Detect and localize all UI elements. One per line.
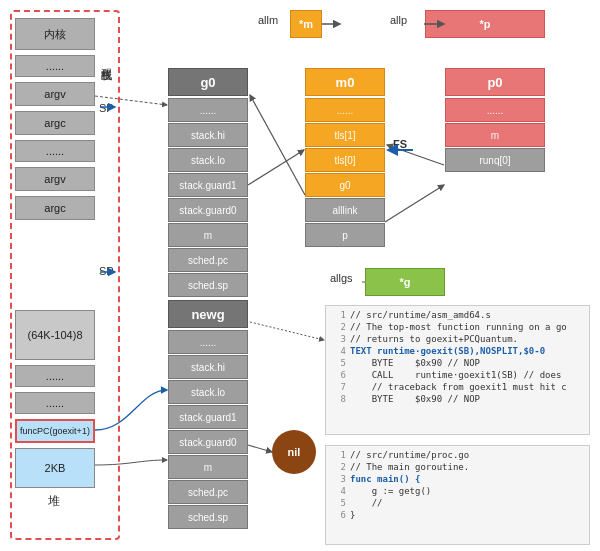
m0-cell-dots: ...... [305,98,385,122]
p0-cell-runq: runq[0] [445,148,545,172]
p0-cell-dots: ...... [445,98,545,122]
svg-line-3 [250,95,305,195]
m0-header: m0 [305,68,385,96]
p0-column: p0 ...... m runq[0] [445,68,545,173]
badge-allgs: allgs [330,272,353,284]
m0-cell-alllink: alllink [305,198,385,222]
label-sp1: SP [99,102,114,114]
cell-dots4: ...... [15,392,95,414]
cell-dots3: ...... [15,365,95,387]
newg-cell-stacklo: stack.lo [168,380,248,404]
g0-cell-guard0: stack.guard0 [168,198,248,222]
cell-dots2: ...... [15,140,95,162]
label-dui: 堆 [48,493,60,510]
g0-cell-dots: ...... [168,98,248,122]
svg-line-4 [385,185,444,222]
m0-cell-tls0: tls[0] [305,148,385,172]
newg-header: newg [168,300,248,328]
m0-cell-g0: g0 [305,173,385,197]
g0-cell-stackhi: stack.hi [168,123,248,147]
badge-star-p: *p [425,10,545,38]
p0-cell-m: m [445,123,545,147]
cell-funcpc: funcPC(goexit+1) [15,419,95,443]
cell-argc1: argc [15,111,95,135]
diagram-container: 内核 ...... argv argc ...... argv argc (64… [0,0,600,551]
cell-argv2: argv [15,167,95,191]
cell-dots1: ...... [15,55,95,77]
cell-64k: (64K-104)8 [15,310,95,360]
g0-header: g0 [168,68,248,96]
g0-cell-guard1: stack.guard1 [168,173,248,197]
g0-cell-schedsp: sched.sp [168,273,248,297]
m0-column: m0 ...... tls[1] tls[0] g0 alllink p [305,68,385,248]
newg-cell-guard0: stack.guard0 [168,430,248,454]
newg-column: newg ...... stack.hi stack.lo stack.guar… [168,300,248,530]
code-block-proc: 1// src/runtime/proc.go 2// The main gor… [325,445,590,545]
newg-cell-guard1: stack.guard1 [168,405,248,429]
cell-2kb: 2KB [15,448,95,488]
badge-star-m: *m [290,10,322,38]
newg-cell-m: m [168,455,248,479]
cell-neihe: 内核 [15,18,95,50]
label-sp2: SP [99,265,114,277]
g0-column: g0 ...... stack.hi stack.lo stack.guard1… [168,68,248,298]
p0-header: p0 [445,68,545,96]
g0-cell-schedpc: sched.pc [168,248,248,272]
newg-cell-dots: ...... [168,330,248,354]
badge-allp: allp [390,14,407,26]
svg-line-10 [248,445,272,452]
nil-circle: nil [272,430,316,474]
badge-allm: allm [258,14,278,26]
newg-cell-schedpc: sched.pc [168,480,248,504]
g0-cell-stacklo: stack.lo [168,148,248,172]
g0-cell-m: m [168,223,248,247]
fs-label: FS [393,138,407,150]
m0-cell-tls1: tls[1] [305,123,385,147]
m0-cell-p: p [305,223,385,247]
newg-cell-schedsp: sched.sp [168,505,248,529]
newg-cell-stackhi: stack.hi [168,355,248,379]
svg-line-2 [248,150,304,185]
code-block-asm: 1// src/runtime/asm_amd64.s 2// The top-… [325,305,590,435]
cell-argc2: argc [15,196,95,220]
badge-star-g: *g [365,268,445,296]
svg-line-11 [250,322,324,340]
cell-argv1: argv [15,82,95,106]
